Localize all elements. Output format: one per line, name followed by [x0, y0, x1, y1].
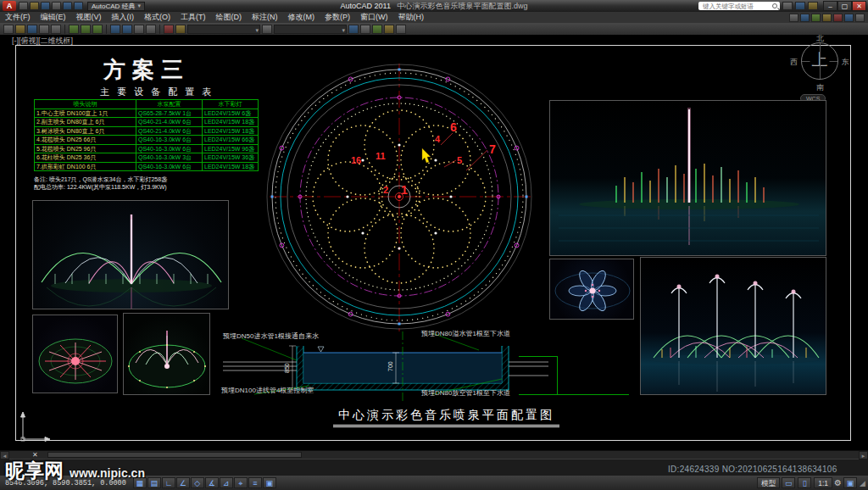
menu-edit[interactable]: 编辑(E) — [36, 12, 71, 23]
quick-view-layouts-icon[interactable]: ▭ — [782, 477, 795, 488]
save-icon[interactable] — [27, 25, 37, 34]
toolbar-icon[interactable] — [789, 14, 798, 22]
layer-icon[interactable] — [175, 25, 186, 34]
toolbar-icon[interactable] — [811, 14, 821, 22]
menu-window[interactable]: 窗口(W) — [355, 12, 393, 23]
restore-button[interactable]: ▢ — [837, 1, 852, 11]
cell-pump: QS40-16-3.0kW 6台 — [136, 144, 203, 153]
compass-east-label: 东 — [842, 57, 849, 68]
undo-icon[interactable] — [63, 2, 72, 10]
osnap-toggle[interactable]: ◇ — [191, 477, 204, 488]
qnew-icon[interactable] — [3, 25, 14, 34]
autocad-logo-icon[interactable]: A — [3, 1, 16, 11]
nozzle-count-label: 7 — [489, 142, 496, 156]
help-icon[interactable] — [396, 25, 406, 34]
table-header-row: 喷头说明 水泵配置 水下彩灯 — [35, 100, 259, 109]
lock-icon[interactable]: ▣ — [843, 477, 857, 488]
menu-tools[interactable]: 工具(T) — [175, 12, 211, 23]
fountain-tall-jet-art — [550, 101, 826, 256]
nozzle-count-label: 2 — [383, 185, 388, 195]
table-row: 2.副主喷头 DN80直上 6只 QS40-21-4.0kW 6台 LED24V… — [35, 118, 259, 127]
cell-light: LED24V/15W 18盏 — [203, 118, 259, 127]
preview-icon[interactable] — [51, 25, 61, 34]
open-file-icon[interactable] — [30, 2, 39, 10]
workspace-label: AutoCAD 经典 — [92, 2, 136, 11]
lineweight-toggle[interactable]: ≡ — [248, 477, 262, 488]
fountain-plan-drawing[interactable]: 16 11 6 5 7 2 1 4 — [263, 60, 536, 337]
scroll-right-icon[interactable]: ► — [859, 451, 868, 459]
workspace-switcher[interactable]: AutoCAD 经典 ▾ — [87, 2, 145, 11]
layer-dropdown[interactable] — [187, 25, 260, 34]
redo-icon[interactable] — [74, 2, 83, 10]
workspace-gear-icon[interactable]: ⚙ — [834, 477, 842, 488]
menu-view[interactable]: 视图(V) — [71, 12, 107, 23]
search-icon[interactable] — [772, 3, 777, 8]
layer-states-icon[interactable] — [262, 25, 272, 34]
dyn-toggle[interactable]: ⌖ — [234, 477, 248, 488]
menu-file[interactable]: 文件(F) — [0, 12, 36, 23]
redo-icon[interactable] — [122, 25, 132, 34]
equipment-note-2: 配电总功率: 122.4KW(其中泵118.5KW，灯3.9KW) — [34, 183, 167, 192]
search-input[interactable] — [701, 3, 771, 10]
cell-nozzle: 4.花苞喷头 DN25 66只 — [35, 136, 136, 145]
menu-draw[interactable]: 绘图(D) — [211, 12, 248, 23]
toolbar-icon[interactable] — [844, 14, 854, 22]
match-properties-icon[interactable] — [372, 25, 382, 34]
new-file-icon[interactable] — [19, 2, 28, 10]
model-space-button[interactable]: 模型 — [757, 477, 780, 488]
quickprop-toggle[interactable]: ▣ — [263, 477, 276, 488]
scrollbar-thumb[interactable] — [47, 452, 302, 458]
view-compass[interactable]: 北 南 西 东 上 — [788, 35, 851, 92]
annotation-scale-button[interactable]: 1:1 — [814, 477, 832, 488]
plot-icon[interactable] — [39, 25, 49, 34]
menu-help[interactable]: 帮助(H) — [393, 12, 430, 23]
copy-icon[interactable] — [81, 25, 91, 34]
measure-icon[interactable] — [384, 25, 394, 34]
communication-center-icon[interactable] — [795, 2, 805, 10]
otrack-toggle[interactable]: ∡ — [205, 477, 219, 488]
cut-icon[interactable] — [69, 25, 79, 34]
pan-icon[interactable] — [134, 25, 144, 34]
toolbar-separator — [64, 25, 65, 34]
watermark: 昵享网 www.nipic.cn — [5, 458, 145, 484]
model-space-viewport[interactable]: [-][俯视][二维线框] 北 南 西 东 上 WCS 方案三 主 要 设 备 … — [0, 35, 868, 450]
open-icon[interactable] — [15, 25, 25, 34]
nozzle-count-label: 4 — [435, 134, 441, 144]
menu-dimension[interactable]: 标注(N) — [247, 12, 283, 23]
grid-toggle[interactable]: ▤ — [147, 477, 161, 488]
compass-ring[interactable]: 上 — [801, 42, 838, 80]
subscription-icon[interactable] — [782, 2, 793, 10]
menu-format[interactable]: 格式(O) — [139, 12, 175, 23]
save-icon[interactable] — [41, 2, 50, 10]
undo-icon[interactable] — [110, 25, 120, 34]
close-button[interactable]: ✕ — [852, 1, 866, 11]
minimize-button[interactable]: – — [823, 1, 837, 11]
cell-pump: QS40-16-3.0kW 3台 — [136, 153, 203, 163]
cell-nozzle: 7.拱形彩虹 DN100 6只 — [35, 162, 136, 171]
quick-view-drawings-icon[interactable]: ▯ — [798, 477, 811, 488]
properties-icon[interactable] — [164, 25, 174, 34]
menu-insert[interactable]: 插入(I) — [107, 12, 140, 23]
ducs-toggle[interactable]: ⊿ — [220, 477, 233, 488]
toolbar-icon[interactable] — [833, 14, 843, 22]
menu-parametric[interactable]: 参数(P) — [320, 12, 355, 23]
color-dropdown[interactable] — [274, 25, 347, 34]
paste-icon[interactable] — [92, 25, 103, 34]
plot-icon[interactable] — [52, 2, 61, 10]
favorites-icon[interactable] — [808, 2, 818, 10]
table-row: 1.中心主喷 DN100直上 1只 QS65-28-7.5kW 1台 LED24… — [35, 109, 259, 118]
toolbar-icon[interactable] — [822, 14, 832, 22]
title-bar: A AutoCAD 经典 ▾ AutoCAD 2011 中心演示彩色音乐喷泉平面… — [0, 0, 868, 12]
polar-toggle[interactable]: ∠ — [176, 477, 190, 488]
toolbar-icon[interactable] — [855, 14, 865, 22]
linetype-icon[interactable] — [348, 25, 359, 34]
clean-screen-icon[interactable]: ◢ — [860, 479, 865, 487]
fountain-photo-tall-jet — [549, 100, 826, 256]
cell-light: LED24V/15W 18盏 — [203, 162, 259, 171]
toolbar-icon[interactable] — [800, 14, 810, 22]
lineweight-icon[interactable] — [360, 25, 370, 34]
menu-modify[interactable]: 修改(M) — [283, 12, 320, 23]
zoom-icon[interactable] — [146, 25, 156, 34]
cursor-arrow-icon — [422, 148, 431, 163]
ortho-toggle[interactable]: ∟ — [162, 477, 175, 488]
